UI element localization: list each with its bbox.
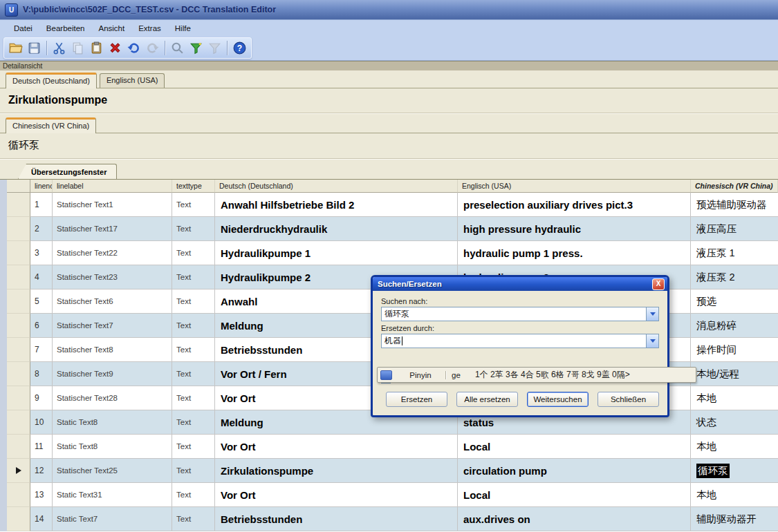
cell-texttype[interactable]: Text xyxy=(172,217,215,241)
cell-texttype[interactable]: Text xyxy=(172,314,215,338)
cell-lineno[interactable]: 5 xyxy=(30,289,53,314)
cell-linelabel[interactable]: Static Text8 xyxy=(53,435,172,459)
cut-icon[interactable] xyxy=(50,39,68,57)
tab-deutsch[interactable]: Deutsch (Deutschland) xyxy=(6,73,97,88)
cell-lineno[interactable]: 2 xyxy=(30,217,53,241)
cell-lineno[interactable]: 6 xyxy=(30,314,53,338)
table-row[interactable]: 14Static Text7TextBetriebsstundenaux.dri… xyxy=(0,507,778,531)
cell-lineno[interactable]: 11 xyxy=(30,435,53,459)
row-selector[interactable] xyxy=(7,338,30,362)
cell-lineno[interactable]: 9 xyxy=(30,386,53,410)
col-header-linelabel[interactable]: linelabel xyxy=(53,180,172,193)
cell-chinesisch[interactable]: 本地/远程 xyxy=(691,362,778,386)
cell-linelabel[interactable]: Statischer Text28 xyxy=(53,386,172,410)
col-header-texttype[interactable]: texttype xyxy=(172,180,215,193)
ime-pinyin-button[interactable]: Pinyin xyxy=(396,371,446,379)
cell-texttype[interactable]: Text xyxy=(172,265,215,289)
tab-uebersetzungsfenster[interactable]: Übersetzungsfenster xyxy=(18,164,117,179)
cell-texttype[interactable]: Text xyxy=(172,410,215,435)
cell-linelabel[interactable]: Statischer Text9 xyxy=(53,362,172,386)
row-selector[interactable] xyxy=(7,459,30,483)
cell-chinesisch[interactable]: 循环泵 xyxy=(691,459,778,483)
cell-englisch[interactable]: high pressure hydraulic xyxy=(458,217,691,241)
cell-linelabel[interactable]: Statischer Text17 xyxy=(53,217,172,241)
table-row[interactable]: 12Statischer Text25TextZirkulationspumpe… xyxy=(0,459,778,483)
search-dropdown-icon[interactable] xyxy=(646,307,658,321)
cell-chinesisch[interactable]: 本地 xyxy=(691,483,778,507)
cell-linelabel[interactable]: Static Text7 xyxy=(53,507,172,531)
row-selector[interactable] xyxy=(7,410,30,435)
col-header-chinesisch[interactable]: Chinesisch (VR China) xyxy=(691,180,778,193)
cell-chinesisch[interactable]: 消息粉碎 xyxy=(691,314,778,338)
filter-clear-icon[interactable] xyxy=(205,39,224,57)
detail-value-chinese[interactable]: 循环泵 xyxy=(0,133,778,159)
cell-lineno[interactable]: 14 xyxy=(30,507,53,531)
cell-englisch[interactable]: Local xyxy=(458,483,691,507)
col-header-lineno[interactable]: lineno xyxy=(30,180,53,193)
cell-deutsch[interactable]: Betriebsstunden xyxy=(215,507,458,531)
close-icon[interactable]: X xyxy=(652,278,665,290)
cell-deutsch[interactable]: Niederdruckhydraulik xyxy=(215,217,458,241)
cell-texttype[interactable]: Text xyxy=(172,507,215,531)
cell-linelabel[interactable]: Statischer Text7 xyxy=(53,314,172,338)
cell-chinesisch[interactable]: 液压泵 1 xyxy=(691,241,778,265)
row-selector[interactable] xyxy=(7,386,30,410)
cell-texttype[interactable]: Text xyxy=(172,241,215,265)
close-button[interactable]: Schließen xyxy=(598,392,659,407)
cell-chinesisch[interactable]: 状态 xyxy=(691,410,778,435)
cell-lineno[interactable]: 3 xyxy=(30,241,53,265)
cell-englisch[interactable]: preselection auxiliary drives pict.3 xyxy=(458,193,691,217)
cell-texttype[interactable]: Text xyxy=(172,435,215,459)
cell-texttype[interactable]: Text xyxy=(172,362,215,386)
search-input[interactable]: 循环泵 xyxy=(381,307,659,321)
save-icon[interactable] xyxy=(25,39,44,57)
row-selector[interactable] xyxy=(7,289,30,314)
table-row[interactable]: 2Statischer Text17TextNiederdruckhydraul… xyxy=(0,217,778,241)
cell-chinesisch[interactable]: 预选辅助驱动器 xyxy=(691,193,778,217)
cell-deutsch[interactable]: Vor Ort xyxy=(215,483,458,507)
cell-linelabel[interactable]: Statischer Text8 xyxy=(53,338,172,362)
cell-texttype[interactable]: Text xyxy=(172,289,215,314)
ime-icon[interactable] xyxy=(380,370,392,380)
col-header-englisch[interactable]: Englisch (USA) xyxy=(458,180,691,193)
cell-lineno[interactable]: 12 xyxy=(30,459,53,483)
menu-hilfe[interactable]: Hilfe xyxy=(168,21,198,35)
table-row[interactable]: 13Static Text31TextVor OrtLocal本地 xyxy=(0,483,778,507)
cell-englisch[interactable]: circulation pump xyxy=(458,459,691,483)
cell-lineno[interactable]: 8 xyxy=(30,362,53,386)
row-selector[interactable] xyxy=(7,507,30,531)
detail-value-german[interactable]: Zirkulationspumpe xyxy=(0,88,778,113)
cell-linelabel[interactable]: Static Text8 xyxy=(53,410,172,435)
cell-chinesisch[interactable]: 辅助驱动器开 xyxy=(691,507,778,531)
tab-englisch[interactable]: Englisch (USA) xyxy=(100,73,165,88)
dialog-titlebar[interactable]: Suchen/Ersetzen X xyxy=(373,277,667,291)
filter-apply-icon[interactable] xyxy=(187,39,205,57)
replace-all-button[interactable]: Alle ersetzen xyxy=(456,392,518,407)
find-next-button[interactable]: Weitersuchen xyxy=(527,392,589,407)
row-selector[interactable] xyxy=(7,217,30,241)
delete-icon[interactable] xyxy=(106,39,124,57)
cell-deutsch[interactable]: Zirkulationspumpe xyxy=(215,459,458,483)
cell-chinesisch[interactable]: 液压高压 xyxy=(691,217,778,241)
cell-englisch[interactable]: hydraulic pump 1 press. xyxy=(458,241,691,265)
cell-englisch[interactable]: aux.drives on xyxy=(458,507,691,531)
cell-linelabel[interactable]: Statischer Text25 xyxy=(53,459,172,483)
row-selector[interactable] xyxy=(7,314,30,338)
cell-chinesisch[interactable]: 操作时间 xyxy=(691,338,778,362)
undo-icon[interactable] xyxy=(124,39,143,57)
row-selector[interactable] xyxy=(7,362,30,386)
cell-texttype[interactable]: Text xyxy=(172,386,215,410)
menu-ansicht[interactable]: Ansicht xyxy=(91,21,131,35)
row-selector[interactable] xyxy=(7,193,30,217)
cell-linelabel[interactable]: Statischer Text1 xyxy=(53,193,172,217)
paste-icon[interactable] xyxy=(87,39,106,57)
cell-lineno[interactable]: 1 xyxy=(30,193,53,217)
cell-lineno[interactable]: 4 xyxy=(30,265,53,289)
menu-datei[interactable]: Datei xyxy=(7,21,39,35)
cell-chinesisch[interactable]: 液压泵 2 xyxy=(691,265,778,289)
cell-deutsch[interactable]: Anwahl Hilfsbetriebe Bild 2 xyxy=(215,193,458,217)
search-icon[interactable] xyxy=(168,39,187,57)
row-selector[interactable] xyxy=(7,483,30,507)
open-file-icon[interactable] xyxy=(6,39,25,57)
row-selector[interactable] xyxy=(7,241,30,265)
